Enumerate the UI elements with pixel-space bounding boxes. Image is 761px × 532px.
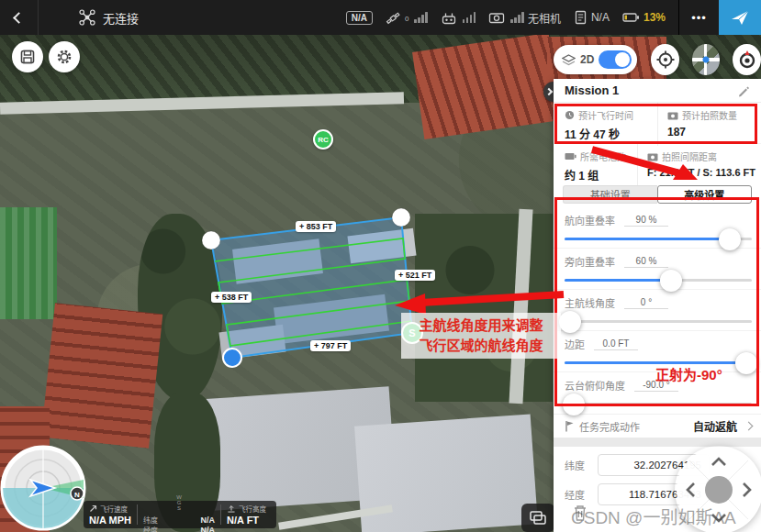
- checklist-icon: [574, 10, 588, 25]
- mission-stats-row2: 所需电池数 约 1 组 拍照间隔距离 F: 21.3 FT / S: 113.6…: [554, 143, 761, 180]
- hud-position: WGS 纬度N/A 经度N/A: [138, 501, 220, 528]
- slider-thumb[interactable]: [719, 228, 741, 250]
- aircraft-status[interactable]: 无连接: [79, 9, 139, 27]
- compass-icon: [736, 49, 758, 71]
- slider-thumb[interactable]: [563, 393, 585, 416]
- stat-photo-count: 预计拍照数量 187: [657, 103, 761, 146]
- takeoff-button[interactable]: [719, 0, 761, 35]
- longitude-label: 经度: [565, 487, 590, 502]
- map-feature: [232, 238, 323, 283]
- map-source-button[interactable]: [521, 504, 554, 532]
- map-mode-label: 2D: [580, 53, 594, 66]
- flag-icon: [565, 420, 575, 432]
- top-bar: 无连接 N/A 0: [0, 0, 761, 35]
- compass-graphic: N: [0, 445, 86, 531]
- tab-advanced-settings[interactable]: 高级设置: [657, 185, 753, 204]
- chevron-right-icon: [744, 422, 754, 431]
- slider-fill: [565, 279, 671, 282]
- mission-title: Mission 1: [565, 83, 619, 97]
- mission-settings-button[interactable]: [49, 41, 80, 72]
- clock-icon: [565, 110, 575, 120]
- rc-location-marker: RC: [313, 129, 333, 150]
- nudge-dpad[interactable]: [675, 446, 761, 532]
- hud-alt-value: N/A FT: [227, 515, 266, 526]
- slider-value-field[interactable]: 0 °: [624, 296, 668, 309]
- slider-thumb[interactable]: [559, 311, 581, 333]
- flight-mode-group[interactable]: N/A: [346, 11, 373, 25]
- map-mode-pill[interactable]: 2D: [554, 45, 637, 74]
- slider-track[interactable]: [565, 403, 752, 405]
- tab-basic-settings[interactable]: 基础设置: [563, 185, 657, 204]
- gear-icon: [55, 48, 73, 66]
- slider-fill: [565, 238, 730, 240]
- compass-north-label: N: [74, 491, 80, 499]
- map-feature: [0, 207, 57, 319]
- hud-alt-label: 飞行高度: [239, 504, 266, 514]
- slider-margin: 边距 0.0 FT: [554, 331, 761, 372]
- advanced-settings-sliders: 航向重叠率 90 % 旁向重叠率 60 %: [554, 207, 761, 414]
- checklist-group[interactable]: N/A: [574, 10, 610, 25]
- battery-icon: [565, 152, 576, 161]
- locate-button[interactable]: [651, 44, 679, 75]
- slider-value-field[interactable]: 0.0 FT: [594, 338, 638, 350]
- attitude-compass[interactable]: N: [0, 445, 86, 531]
- slider-track[interactable]: [565, 238, 752, 240]
- dpad-graphic: [675, 446, 761, 532]
- satellite-icon: [386, 11, 401, 25]
- edit-pencil-icon[interactable]: [737, 84, 750, 97]
- camera-status-group[interactable]: 无相机: [488, 10, 561, 26]
- hud-speed-value: N/A MPH: [89, 515, 131, 526]
- slider-fill: [565, 361, 746, 364]
- minimap-button[interactable]: [692, 44, 721, 75]
- slider-course-overlap: 航向重叠率 90 %: [554, 207, 761, 249]
- gps-signal-bars: [414, 12, 428, 23]
- camera-icon: [488, 11, 505, 24]
- camera-interval-icon: [647, 152, 658, 161]
- finish-action-value: 自动返航: [693, 418, 737, 434]
- edge-length-label-right: + 521 FT: [395, 270, 435, 281]
- airplane-icon: [729, 6, 751, 28]
- edge-length-label-bottom: + 797 FT: [310, 340, 351, 351]
- battery-icon: [622, 11, 640, 24]
- hud-lng-label: 经度: [143, 525, 158, 532]
- slider-thumb[interactable]: [735, 352, 757, 374]
- save-mission-button[interactable]: [12, 41, 43, 72]
- hud-lng-value: N/A: [201, 526, 216, 532]
- connection-status-label: 无连接: [103, 9, 139, 27]
- remote-controller-icon: [441, 11, 457, 25]
- mission-stats-row1: 预计飞行时间 11 分 47 秒 预计拍照数量 187: [554, 103, 761, 143]
- slider-thumb[interactable]: [660, 270, 682, 292]
- rc-signal-group[interactable]: [441, 11, 476, 25]
- battery-group[interactable]: 13%: [622, 11, 666, 24]
- gps-signal-group[interactable]: 0: [386, 11, 428, 25]
- more-menu-button[interactable]: •••: [678, 0, 719, 35]
- slider-track[interactable]: [565, 320, 752, 323]
- slider-track[interactable]: [565, 361, 752, 364]
- slider-side-overlap: 旁向重叠率 60 %: [554, 249, 761, 290]
- slider-value-field[interactable]: 60 %: [624, 255, 668, 268]
- camera-signal-bars: [510, 12, 524, 23]
- stat-photo-interval: 拍照间隔距离 F: 21.3 FT / S: 113.6 FT: [637, 144, 761, 187]
- map-2d-toggle[interactable]: [599, 50, 632, 69]
- finish-action-label: 任务完成动作: [579, 419, 688, 434]
- slider-route-angle: 主航线角度 0 °: [554, 290, 761, 331]
- chevron-right-icon: [545, 88, 553, 95]
- settings-tabs: 基础设置 高级设置: [563, 185, 752, 204]
- slider-value-field[interactable]: -90.0 °: [634, 379, 678, 392]
- latitude-label: 纬度: [565, 458, 590, 472]
- slider-gimbal-pitch: 云台俯仰角度 -90.0 °: [554, 372, 761, 414]
- altitude-icon: [227, 504, 236, 513]
- drone-icon: [79, 9, 95, 26]
- slider-value-field[interactable]: 90 %: [624, 214, 668, 227]
- map-feature: [218, 325, 285, 360]
- back-button[interactable]: [0, 0, 39, 35]
- hud-altitude: 飞行高度 N/A FT: [221, 501, 272, 528]
- finish-action-row[interactable]: 任务完成动作 自动返航: [554, 414, 761, 438]
- slider-track[interactable]: [565, 279, 752, 282]
- back-chevron-icon: [13, 12, 25, 24]
- edge-length-label-top: + 853 FT: [296, 221, 336, 232]
- hud-speed-label: 飞行速度: [100, 504, 128, 514]
- compass-reset-button[interactable]: [733, 44, 761, 75]
- camera-status-label: 无相机: [528, 10, 561, 26]
- map-feature: [412, 33, 561, 139]
